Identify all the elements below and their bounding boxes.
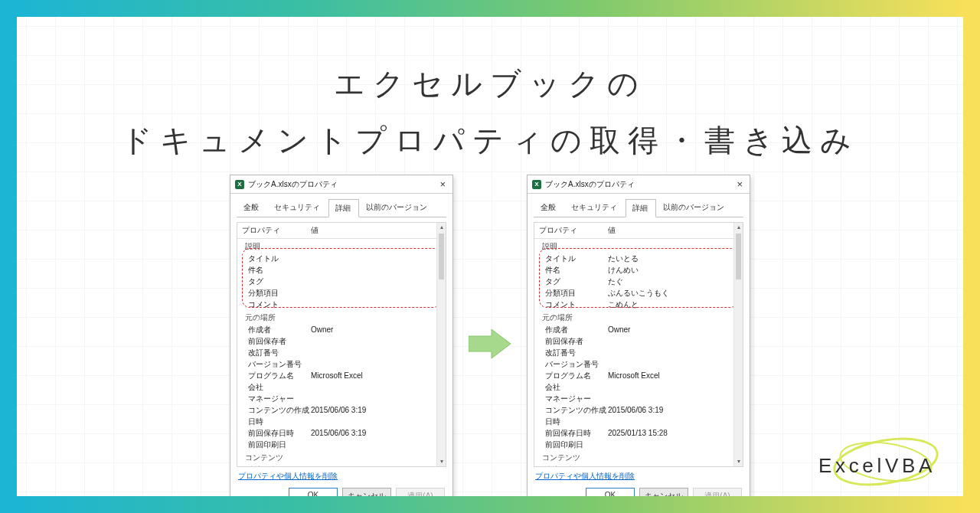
row-company[interactable]: 会社 [534,381,743,393]
scroll-up-icon[interactable]: ▴ [437,223,446,232]
section-description: 説明 [534,239,743,253]
header-property: プロパティ [237,223,306,238]
ok-button[interactable]: OK [586,488,635,505]
header-property: プロパティ [534,223,603,238]
section-contents: コンテンツ [534,450,743,464]
svg-marker-0 [469,329,511,358]
row-created[interactable]: コンテンツの作成日時2015/06/06 3:19 [534,404,743,427]
row-lastprinted[interactable]: 前回印刷日 [237,439,446,450]
row-status[interactable]: 内容の状態 [237,464,446,467]
main-heading: エクセルブックの ドキュメントプロパティの取得・書き込み [0,0,980,168]
row-manager[interactable]: マネージャー [534,393,743,404]
row-company[interactable]: 会社 [237,381,446,393]
button-row: OK キャンセル 適用(A) [528,482,750,512]
list-header: プロパティ 値 [237,223,446,239]
ok-button[interactable]: OK [289,488,338,505]
scroll-thumb[interactable] [439,234,444,279]
tab-bar: 全般 セキュリティ 詳細 以前のバージョン [528,194,750,217]
row-lastprinted[interactable]: 前回印刷日 [534,439,743,450]
tab-previous-versions[interactable]: 以前のバージョン [359,198,436,217]
tab-details[interactable]: 詳細 [626,199,656,217]
property-list: プロパティ 値 説明 タイトル 件名 タグ 分類項目 コメント 元の場所 作成者… [237,222,446,467]
row-author[interactable]: 作成者Owner [534,324,743,335]
heading-line-1: エクセルブックの [0,55,980,112]
tab-security[interactable]: セキュリティ [564,198,626,217]
row-title[interactable]: タイトルたいとる [534,253,743,264]
close-icon[interactable]: × [437,178,448,190]
row-category[interactable]: 分類項目ぶんるいこうもく [534,287,743,299]
heading-line-2: ドキュメントプロパティの取得・書き込み [0,112,980,168]
titlebar[interactable]: X ブックA.xlsxのプロパティ × [230,175,452,194]
row-tags[interactable]: タグたぐ [534,276,743,287]
row-lastsaved[interactable]: 前回保存日時2025/01/13 15:28 [534,427,743,439]
scroll-thumb[interactable] [736,234,741,279]
window-title: ブックA.xlsxのプロパティ [545,179,635,190]
header-value: 値 [306,223,446,238]
button-row: OK キャンセル 適用(A) [230,482,452,512]
row-program[interactable]: プログラム名Microsoft Excel [237,370,446,381]
row-tags[interactable]: タグ [237,276,446,287]
row-created[interactable]: コンテンツの作成日時2015/06/06 3:19 [237,404,446,427]
titlebar[interactable]: X ブックA.xlsxのプロパティ × [528,175,750,194]
row-subject[interactable]: 件名けんめい [534,264,743,276]
section-origin: 元の場所 [534,310,743,324]
properties-dialog-after: X ブックA.xlsxのプロパティ × 全般 セキュリティ 詳細 以前のバージョ… [527,175,750,513]
row-title[interactable]: タイトル [237,253,446,264]
excel-icon: X [532,180,541,189]
row-program[interactable]: プログラム名Microsoft Excel [534,370,743,381]
properties-dialog-before: X ブックA.xlsxのプロパティ × 全般 セキュリティ 詳細 以前のバージョ… [230,175,453,513]
row-lastsavedby[interactable]: 前回保存者 [534,335,743,347]
list-header: プロパティ 値 [534,223,743,239]
scroll-down-icon[interactable]: ▾ [734,457,743,466]
scroll-up-icon[interactable]: ▴ [734,223,743,232]
row-lastsavedby[interactable]: 前回保存者 [237,335,446,347]
row-manager[interactable]: マネージャー [237,393,446,404]
delete-properties-link[interactable]: プロパティや個人情報を削除 [535,471,635,482]
row-lastsaved[interactable]: 前回保存日時2015/06/06 3:19 [237,427,446,439]
row-subject[interactable]: 件名 [237,264,446,276]
excel-icon: X [235,180,244,189]
row-version[interactable]: バージョン番号 [534,358,743,370]
vertical-scrollbar[interactable]: ▴ ▾ [436,223,446,466]
apply-button: 適用(A) [693,488,742,505]
section-description: 説明 [237,239,446,253]
tab-bar: 全般 セキュリティ 詳細 以前のバージョン [230,194,452,217]
row-comment[interactable]: コメント [237,299,446,310]
tab-security[interactable]: セキュリティ [267,198,328,217]
row-status[interactable]: 内容の状態 [534,464,743,467]
row-version[interactable]: バージョン番号 [237,358,446,370]
scroll-down-icon[interactable]: ▾ [437,457,446,466]
row-comment[interactable]: コメントこめんと [534,299,743,310]
row-revision[interactable]: 改訂番号 [237,347,446,358]
tab-details[interactable]: 詳細 [328,199,359,217]
delete-properties-link[interactable]: プロパティや個人情報を削除 [238,471,338,482]
apply-button: 適用(A) [396,488,445,505]
row-category[interactable]: 分類項目 [237,287,446,299]
transition-arrow-icon [469,328,511,360]
tab-general[interactable]: 全般 [237,198,267,217]
row-revision[interactable]: 改訂番号 [534,347,743,358]
tab-general[interactable]: 全般 [534,198,564,217]
section-contents: コンテンツ [237,450,446,464]
close-icon[interactable]: × [734,178,745,190]
tab-previous-versions[interactable]: 以前のバージョン [656,198,733,217]
window-title: ブックA.xlsxのプロパティ [248,179,338,190]
section-origin: 元の場所 [237,310,446,324]
cancel-button[interactable]: キャンセル [639,488,688,505]
cancel-button[interactable]: キャンセル [342,488,391,505]
row-author[interactable]: 作成者Owner [237,324,446,335]
property-list: プロパティ 値 説明 タイトルたいとる 件名けんめい タグたぐ 分類項目ぶんるい… [534,222,743,467]
vertical-scrollbar[interactable]: ▴ ▾ [733,223,743,466]
brand-label: ExcelVBA [818,454,936,478]
header-value: 値 [603,223,743,238]
